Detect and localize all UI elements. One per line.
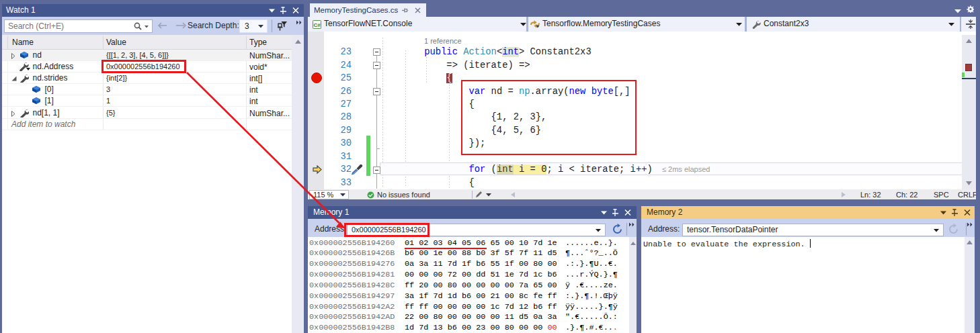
svg-text:C#: C# [313, 22, 321, 28]
